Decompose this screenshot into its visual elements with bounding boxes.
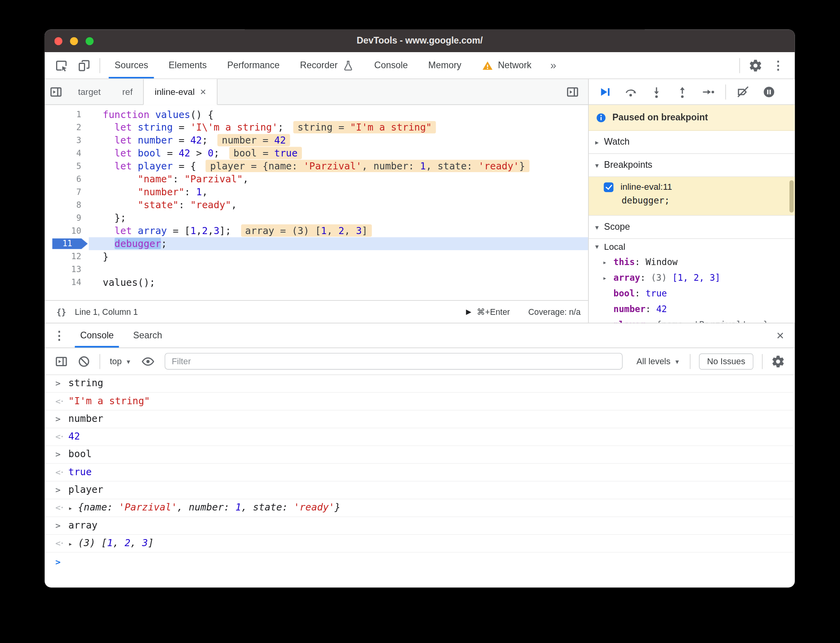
file-tab-inline-eval[interactable]: inline-eval×	[144, 79, 218, 105]
tab-network[interactable]: Network	[471, 52, 542, 78]
filter-input[interactable]	[165, 353, 622, 370]
clear-console-icon[interactable]	[73, 351, 95, 372]
file-tab-ref[interactable]: ref	[111, 79, 143, 104]
minimize-window-button[interactable]	[70, 37, 78, 45]
scope-entry[interactable]: ▸this: Window	[589, 254, 795, 270]
collapse-triangle-icon[interactable]: ▾	[595, 243, 599, 251]
resume-icon[interactable]	[592, 80, 618, 104]
code-editor[interactable]: 1234567891011121314 function values() { …	[45, 105, 588, 300]
code-line[interactable]	[89, 263, 588, 276]
execution-line-marker[interactable]: 11	[52, 238, 88, 249]
scope-entry[interactable]: ▸player: {name: 'Parzival', …}	[589, 317, 795, 323]
console-tab-search[interactable]: Search	[124, 323, 172, 348]
code-line[interactable]: };	[89, 211, 588, 224]
log-levels-selector[interactable]: All levels ▼	[631, 356, 685, 366]
line-number[interactable]: 3	[45, 134, 89, 147]
breakpoint-checkbox[interactable]	[604, 182, 614, 192]
eye-icon[interactable]	[137, 351, 160, 372]
console-tab-console[interactable]: Console	[71, 323, 124, 348]
issues-counter[interactable]: No Issues	[699, 353, 753, 369]
tab-performance[interactable]: Performance	[217, 52, 290, 78]
code-line[interactable]: "number": 1,	[89, 185, 588, 198]
file-tab-target[interactable]: target	[67, 79, 112, 104]
step-into-icon[interactable]	[644, 80, 669, 104]
tab-label: Network	[498, 60, 532, 71]
tab-elements[interactable]: Elements	[158, 52, 217, 78]
watch-section-header[interactable]: ▸ Watch	[589, 131, 795, 154]
step-out-icon[interactable]	[669, 80, 695, 104]
code-line[interactable]: let bool = 42 > 0;bool = true	[89, 147, 588, 160]
tab-console[interactable]: Console	[364, 52, 418, 78]
deactivate-breakpoints-icon[interactable]	[730, 80, 756, 104]
scope-entry[interactable]: number: 42	[589, 301, 795, 317]
console-log[interactable]: >string<·"I'm a string">number<·42>bool<…	[45, 375, 795, 587]
code-line[interactable]: let player = {player = {name: 'Parzival'…	[89, 160, 588, 173]
line-number[interactable]: 5	[45, 160, 89, 173]
device-toolbar-icon[interactable]	[73, 54, 95, 76]
line-number[interactable]: 13	[45, 263, 89, 276]
scope-entry[interactable]: bool: true	[589, 286, 795, 302]
tab-recorder[interactable]: Recorder	[290, 52, 364, 78]
code-line[interactable]: values();	[89, 276, 588, 289]
titlebar[interactable]: DevTools - www.google.com/	[45, 29, 795, 52]
expand-triangle-icon[interactable]: ▸	[603, 317, 607, 323]
breakpoint-code: debugger;	[604, 195, 789, 205]
breakpoints-section-header[interactable]: ▾ Breakpoints	[589, 154, 795, 177]
toggle-navigator-icon[interactable]	[45, 81, 67, 103]
code-line[interactable]: }	[89, 250, 588, 263]
more-tabs-button[interactable]: »	[542, 59, 565, 72]
step-over-icon[interactable]	[618, 80, 644, 104]
close-console-icon[interactable]: ×	[769, 328, 792, 343]
collapse-triangle-icon[interactable]: ▾	[595, 223, 599, 231]
line-number[interactable]: 14	[45, 276, 89, 289]
kebab-menu-icon[interactable]: ⋮	[767, 54, 789, 76]
line-number[interactable]: 9	[45, 211, 89, 224]
settings-gear-icon[interactable]	[744, 54, 767, 76]
breakpoint-entry[interactable]: inline-eval:11 debugger;	[589, 177, 795, 216]
code-line[interactable]: let array = [1,2,3];array = (3) [1, 2, 3…	[89, 224, 588, 237]
scope-group-local[interactable]: ▾ Local	[589, 239, 795, 254]
line-number[interactable]: 10	[45, 224, 89, 237]
console-result-chevron: <·	[55, 503, 68, 513]
pause-on-exceptions-icon[interactable]	[756, 80, 782, 104]
zoom-window-button[interactable]	[85, 37, 94, 45]
code-line[interactable]: "state": "ready",	[89, 198, 588, 211]
inspect-icon[interactable]	[50, 54, 73, 76]
scope-entry[interactable]: ▸array: (3) [1, 2, 3]	[589, 270, 795, 286]
main-toolbar: SourcesElementsPerformanceRecorderConsol…	[45, 52, 795, 79]
expand-triangle-icon[interactable]: ▸	[595, 138, 599, 146]
console-settings-gear-icon[interactable]	[767, 351, 789, 372]
console-result-row: <·42	[45, 428, 795, 446]
line-number[interactable]: 11	[45, 237, 89, 250]
code-line[interactable]: "name": "Parzival",	[89, 173, 588, 185]
code-line[interactable]: debugger;	[89, 237, 588, 250]
code-line[interactable]: let string = 'I\'m a string';string = "I…	[89, 121, 588, 134]
expand-triangle-icon[interactable]: ▸	[603, 270, 607, 286]
close-tab-icon[interactable]: ×	[200, 87, 206, 97]
context-selector[interactable]: top ▼	[104, 356, 137, 366]
line-number[interactable]: 7	[45, 185, 89, 198]
line-number[interactable]: 2	[45, 121, 89, 134]
expand-triangle-icon[interactable]: ▸	[68, 504, 73, 512]
line-number[interactable]: 1	[45, 108, 89, 121]
line-number[interactable]: 6	[45, 173, 89, 185]
console-kebab-menu-icon[interactable]: ⋮	[48, 325, 71, 346]
code-line[interactable]: function values() {	[89, 108, 588, 121]
scope-section-header[interactable]: ▾ Scope	[589, 216, 795, 239]
toggle-debugger-sidebar-icon[interactable]	[561, 81, 584, 103]
collapse-triangle-icon[interactable]: ▾	[595, 161, 599, 169]
console-prompt-row[interactable]: >	[45, 552, 795, 571]
expand-triangle-icon[interactable]: ▸	[603, 254, 607, 270]
line-number[interactable]: 8	[45, 198, 89, 211]
pretty-print-icon[interactable]: {}	[52, 307, 71, 317]
tab-sources[interactable]: Sources	[104, 52, 158, 78]
close-window-button[interactable]	[55, 37, 63, 45]
expand-triangle-icon[interactable]: ▸	[68, 539, 73, 548]
code-line[interactable]: let number = 42;number = 42	[89, 134, 588, 147]
toggle-console-sidebar-icon[interactable]	[50, 351, 73, 372]
sidebar-scrollbar-thumb[interactable]	[789, 180, 794, 213]
step-icon[interactable]	[695, 80, 721, 104]
line-number[interactable]: 12	[45, 250, 89, 263]
line-number[interactable]: 4	[45, 147, 89, 160]
tab-memory[interactable]: Memory	[418, 52, 471, 78]
